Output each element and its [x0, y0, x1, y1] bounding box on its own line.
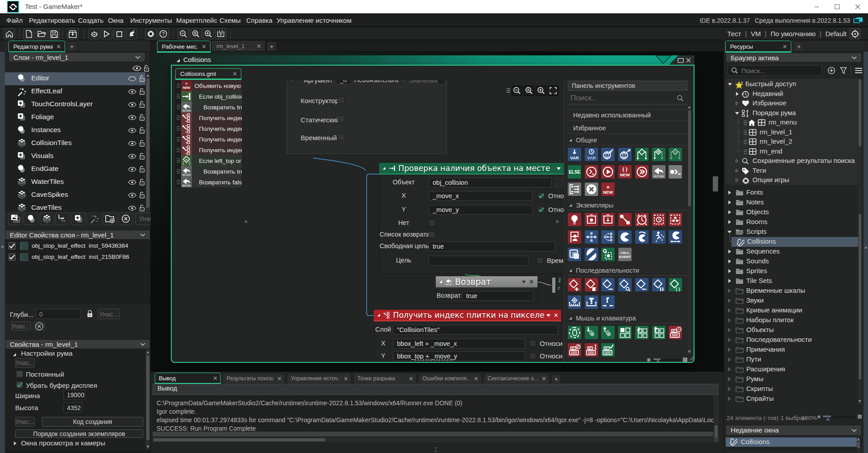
node-menu-icon[interactable]: [522, 280, 526, 284]
new-tab-button[interactable]: +: [67, 42, 77, 51]
toolbox-tile-pac-width[interactable]: [669, 230, 682, 244]
tab-close-icon[interactable]: ✕: [405, 375, 413, 382]
zoom-in-button[interactable]: [203, 28, 214, 40]
toolbox-tile-box-down[interactable]: [601, 213, 615, 226]
tree-expand-icon[interactable]: [727, 299, 732, 303]
tree-expand-icon[interactable]: [727, 249, 732, 254]
menu-item-2[interactable]: Создать: [78, 14, 103, 27]
room-props-scroll-up[interactable]: ▲: [145, 350, 150, 354]
asset--------------[interactable]: Наборы плиток: [724, 316, 860, 325]
tree-expand-icon[interactable]: [735, 92, 739, 96]
field-input[interactable]: _move_y: [429, 205, 533, 215]
toolbox-tile-branch-q[interactable]: ?: [669, 148, 682, 161]
build-target-0[interactable]: Тест: [727, 30, 741, 37]
toolbox-tile-branch[interactable]: [635, 148, 649, 161]
tree-expand-icon[interactable]: [727, 191, 732, 195]
toolbox-tile-dia-back[interactable]: [635, 278, 649, 291]
collapse-left-dock[interactable]: «: [0, 244, 5, 249]
asset--------[interactable]: Спрайты: [724, 394, 860, 404]
toolbox-tile-call-event[interactable]: CALLEVENT: [618, 248, 632, 261]
quicktree------------------------------[interactable]: Сохраненные результаты поиска: [726, 156, 858, 166]
node-list-item[interactable]: Получить индек: [175, 112, 242, 123]
asset-zoom-slider[interactable]: [818, 414, 862, 422]
toolbox-tile-globe-out[interactable]: [618, 148, 632, 161]
toolbox-tile-alarm-box[interactable]: [652, 213, 665, 226]
node-list-item[interactable]: »NEWОбъявить новую ф: [175, 80, 242, 91]
tab-close-icon[interactable]: ✕: [53, 43, 61, 50]
window-close-button[interactable]: [686, 58, 692, 63]
tab-rm-level-1[interactable]: rm_level_1✕: [211, 40, 265, 51]
node-list-item[interactable]: Получить индек: [175, 123, 242, 134]
height-input[interactable]: 4352: [63, 403, 83, 413]
asset-------------------[interactable]: Последовательности: [724, 335, 860, 345]
tree-expand-icon[interactable]: [727, 357, 732, 362]
tab-close-icon[interactable]: ✕: [209, 375, 218, 382]
asset-objects[interactable]: Objects: [724, 208, 860, 217]
quicktree-----[interactable]: Теги: [726, 166, 858, 176]
toolbox-tile-runner[interactable]: [652, 230, 665, 244]
collapse-right-dock[interactable]: »: [864, 245, 868, 250]
toolbox-tile-target-dash[interactable]: [601, 248, 615, 261]
menu-item-6[interactable]: Схемы: [219, 14, 241, 27]
layers-scrollbar-thumb[interactable]: [146, 79, 149, 208]
node-collapse-icon[interactable]: [439, 280, 442, 283]
layer-lock-icon[interactable]: [139, 166, 145, 173]
toolbox-section-header[interactable]: Последовательности: [568, 265, 687, 276]
persistent-checkbox[interactable]: [16, 370, 23, 378]
object-picker-button[interactable]: [555, 178, 563, 187]
drag-handle-icon[interactable]: [175, 91, 181, 102]
toolbox-tile-dia-pause[interactable]: [652, 278, 665, 291]
node-collapse-icon[interactable]: [377, 313, 380, 317]
tree-expand-icon[interactable]: [727, 387, 732, 391]
layer-row-cavetiles[interactable]: CaveTiles: [5, 202, 145, 212]
asset-scripts[interactable]: Scripts: [724, 227, 860, 237]
drag-handle-icon[interactable]: [175, 177, 181, 187]
output-log[interactable]: C:\ProgramData/GameMakerStudio2/Cache/ru…: [153, 395, 719, 437]
temporary-checkbox[interactable]: [338, 133, 345, 141]
layer-visible-icon[interactable]: [128, 102, 136, 107]
layer-row-editor[interactable]: Editor: [5, 72, 145, 85]
canvas-zoom-out-button[interactable]: [512, 86, 522, 96]
layer-lock-icon[interactable]: [139, 101, 145, 108]
recent-window-collisions[interactable]: Collisions: [726, 437, 857, 447]
window-maximize-button[interactable]: [677, 58, 684, 63]
menu-item-0[interactable]: Файл: [6, 14, 23, 27]
instance-row[interactable]: obj_stop_leaf_effectinst_215B0F86: [5, 252, 150, 263]
new-output-tab-button[interactable]: +: [551, 374, 561, 383]
quicktree-----------[interactable]: Опции игры: [726, 175, 858, 185]
toolbox-collapse[interactable]: »: [556, 218, 559, 224]
tree-expand-icon[interactable]: [727, 279, 732, 283]
layer-row-touchcontrolslayer[interactable]: TouchControlsLayer: [5, 98, 145, 111]
toolbox-tile-layers-sq[interactable]: [568, 248, 581, 261]
asset-search-input[interactable]: Поиск...: [727, 65, 822, 76]
toolbox-tile-mouse-circle[interactable]: [568, 326, 581, 339]
drag-handle-icon[interactable]: [175, 102, 181, 112]
field-input[interactable]: bbox_left + _move_x: [393, 339, 525, 349]
tab-workspace[interactable]: Рабочее мес...✕: [157, 41, 211, 52]
asset-----------[interactable]: Примечания: [724, 345, 860, 355]
target-manager-icon[interactable]: [849, 28, 860, 39]
drag-handle-icon[interactable]: [175, 80, 181, 91]
quicktree-rm_level_1[interactable]: rm_level_1: [726, 128, 858, 137]
tree-expand-icon[interactable]: [735, 101, 739, 105]
toolbox-tile-t-fork[interactable]: [585, 295, 598, 309]
build-target-2[interactable]: По умолчанию: [770, 30, 815, 37]
toolbox-tile-move-center[interactable]: [585, 230, 598, 244]
asset-rooms[interactable]: Rooms: [724, 217, 860, 227]
output-tab-1[interactable]: Результаты поиска✕: [223, 373, 285, 383]
relative-checkbox[interactable]: [538, 206, 545, 213]
asset-sequences[interactable]: Sequences: [724, 247, 860, 257]
tree-expand-icon[interactable]: [727, 377, 732, 381]
layer-lock-icon[interactable]: [139, 114, 145, 121]
debug-button[interactable]: [88, 28, 100, 40]
help-button[interactable]: ?: [157, 28, 169, 40]
room-properties-header[interactable]: Свойства - rm_level_1: [5, 339, 150, 349]
layer-visible-icon[interactable]: [128, 206, 136, 211]
zoom-reset-button[interactable]: [190, 28, 202, 40]
layer-visible-icon[interactable]: [128, 128, 136, 133]
relative-checkbox[interactable]: [538, 192, 545, 199]
layer-lock-icon[interactable]: [139, 204, 145, 212]
asset----------------[interactable]: Кривые анимации: [724, 306, 860, 316]
asset-collisions[interactable]: Collisions: [732, 237, 858, 247]
layer-row-instances[interactable]: Instances: [5, 124, 145, 137]
